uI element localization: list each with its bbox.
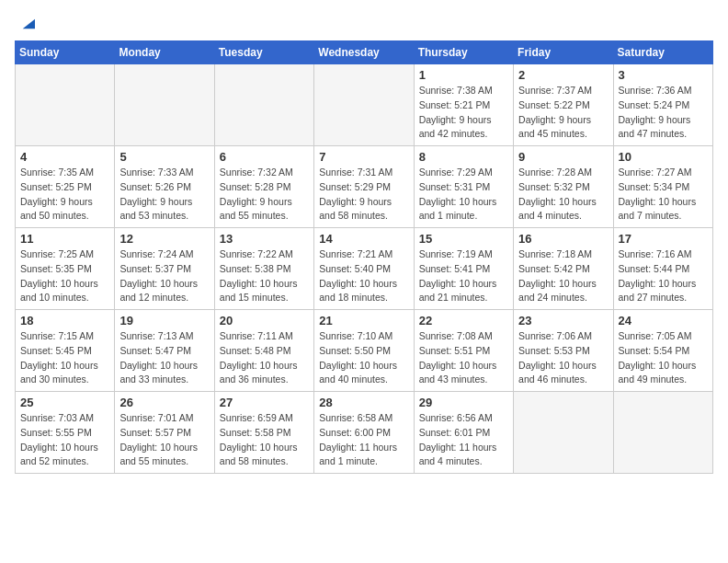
week-row-4: 18Sunrise: 7:15 AMSunset: 5:45 PMDayligh…	[16, 310, 713, 392]
day-info: Sunrise: 7:33 AMSunset: 5:26 PMDaylight:…	[119, 166, 209, 224]
calendar-cell: 15Sunrise: 7:19 AMSunset: 5:41 PMDayligh…	[414, 228, 513, 310]
day-number: 20	[220, 314, 309, 327]
day-info: Sunrise: 7:16 AMSunset: 5:44 PMDaylight:…	[619, 247, 708, 305]
week-row-3: 11Sunrise: 7:25 AMSunset: 5:35 PMDayligh…	[16, 228, 713, 310]
day-number: 18	[20, 314, 109, 327]
weekday-header-saturday: Saturday	[613, 41, 712, 64]
day-number: 23	[518, 314, 608, 327]
week-row-5: 25Sunrise: 7:03 AMSunset: 5:55 PMDayligh…	[16, 392, 713, 474]
day-info: Sunrise: 7:05 AMSunset: 5:54 PMDaylight:…	[619, 329, 708, 387]
calendar-cell	[115, 64, 214, 146]
day-number: 22	[419, 314, 508, 327]
day-number: 27	[220, 396, 309, 409]
day-info: Sunrise: 7:38 AMSunset: 5:21 PMDaylight:…	[419, 84, 508, 142]
day-number: 3	[619, 68, 708, 82]
day-info: Sunrise: 7:06 AMSunset: 5:53 PMDaylight:…	[518, 329, 608, 387]
page-header	[15, 15, 713, 33]
calendar-cell: 16Sunrise: 7:18 AMSunset: 5:42 PMDayligh…	[514, 228, 613, 310]
calendar-cell: 22Sunrise: 7:08 AMSunset: 5:51 PMDayligh…	[414, 310, 513, 392]
calendar-cell: 8Sunrise: 7:29 AMSunset: 5:31 PMDaylight…	[414, 146, 513, 228]
calendar-cell: 10Sunrise: 7:27 AMSunset: 5:34 PMDayligh…	[613, 146, 712, 228]
day-info: Sunrise: 7:36 AMSunset: 5:24 PMDaylight:…	[619, 84, 708, 142]
calendar-cell: 12Sunrise: 7:24 AMSunset: 5:37 PMDayligh…	[115, 228, 214, 310]
calendar-cell: 5Sunrise: 7:33 AMSunset: 5:26 PMDaylight…	[115, 146, 214, 228]
calendar-cell: 28Sunrise: 6:58 AMSunset: 6:00 PMDayligh…	[314, 392, 414, 474]
calendar-cell	[613, 392, 712, 474]
calendar-cell: 20Sunrise: 7:11 AMSunset: 5:48 PMDayligh…	[214, 310, 313, 392]
day-info: Sunrise: 7:11 AMSunset: 5:48 PMDaylight:…	[220, 329, 309, 387]
weekday-header-wednesday: Wednesday	[314, 41, 414, 64]
svg-marker-0	[23, 19, 35, 29]
day-info: Sunrise: 7:25 AMSunset: 5:35 PMDaylight:…	[20, 247, 109, 305]
calendar-cell: 27Sunrise: 6:59 AMSunset: 5:58 PMDayligh…	[214, 392, 313, 474]
day-number: 21	[319, 314, 408, 327]
calendar-cell: 3Sunrise: 7:36 AMSunset: 5:24 PMDaylight…	[613, 64, 712, 146]
calendar-cell: 6Sunrise: 7:32 AMSunset: 5:28 PMDaylight…	[214, 146, 313, 228]
day-number: 7	[319, 150, 408, 164]
calendar-cell: 29Sunrise: 6:56 AMSunset: 6:01 PMDayligh…	[414, 392, 513, 474]
day-number: 8	[419, 150, 508, 164]
day-info: Sunrise: 7:19 AMSunset: 5:41 PMDaylight:…	[419, 247, 508, 305]
calendar-cell	[314, 64, 414, 146]
calendar-cell: 2Sunrise: 7:37 AMSunset: 5:22 PMDaylight…	[514, 64, 613, 146]
logo-icon	[17, 15, 35, 33]
day-number: 1	[419, 68, 508, 82]
weekday-header-thursday: Thursday	[414, 41, 513, 64]
logo	[15, 15, 35, 33]
weekday-header-row: SundayMondayTuesdayWednesdayThursdayFrid…	[16, 41, 713, 64]
day-number: 19	[119, 314, 209, 327]
day-info: Sunrise: 7:31 AMSunset: 5:29 PMDaylight:…	[319, 166, 408, 224]
calendar-cell: 25Sunrise: 7:03 AMSunset: 5:55 PMDayligh…	[16, 392, 115, 474]
calendar-cell: 4Sunrise: 7:35 AMSunset: 5:25 PMDaylight…	[16, 146, 115, 228]
day-info: Sunrise: 7:21 AMSunset: 5:40 PMDaylight:…	[319, 247, 408, 305]
day-info: Sunrise: 7:35 AMSunset: 5:25 PMDaylight:…	[20, 166, 109, 224]
day-number: 11	[20, 232, 109, 246]
day-number: 16	[518, 232, 608, 246]
day-info: Sunrise: 7:24 AMSunset: 5:37 PMDaylight:…	[119, 247, 209, 305]
day-number: 9	[518, 150, 608, 164]
calendar-cell: 17Sunrise: 7:16 AMSunset: 5:44 PMDayligh…	[613, 228, 712, 310]
calendar-cell: 21Sunrise: 7:10 AMSunset: 5:50 PMDayligh…	[314, 310, 414, 392]
calendar-cell: 14Sunrise: 7:21 AMSunset: 5:40 PMDayligh…	[314, 228, 414, 310]
day-number: 17	[619, 232, 708, 246]
week-row-1: 1Sunrise: 7:38 AMSunset: 5:21 PMDaylight…	[16, 64, 713, 146]
day-number: 14	[319, 232, 408, 246]
calendar-cell: 11Sunrise: 7:25 AMSunset: 5:35 PMDayligh…	[16, 228, 115, 310]
day-info: Sunrise: 7:37 AMSunset: 5:22 PMDaylight:…	[518, 84, 608, 142]
weekday-header-monday: Monday	[115, 41, 214, 64]
calendar-cell	[16, 64, 115, 146]
day-number: 25	[20, 396, 109, 409]
day-number: 26	[119, 396, 209, 409]
day-info: Sunrise: 7:18 AMSunset: 5:42 PMDaylight:…	[518, 247, 608, 305]
day-info: Sunrise: 7:01 AMSunset: 5:57 PMDaylight:…	[119, 411, 209, 469]
day-info: Sunrise: 7:22 AMSunset: 5:38 PMDaylight:…	[220, 247, 309, 305]
day-info: Sunrise: 6:56 AMSunset: 6:01 PMDaylight:…	[419, 411, 508, 469]
calendar-cell: 24Sunrise: 7:05 AMSunset: 5:54 PMDayligh…	[613, 310, 712, 392]
day-info: Sunrise: 7:27 AMSunset: 5:34 PMDaylight:…	[619, 166, 708, 224]
day-number: 5	[119, 150, 209, 164]
calendar-cell: 26Sunrise: 7:01 AMSunset: 5:57 PMDayligh…	[115, 392, 214, 474]
day-number: 28	[319, 396, 408, 409]
weekday-header-friday: Friday	[514, 41, 613, 64]
day-info: Sunrise: 7:13 AMSunset: 5:47 PMDaylight:…	[119, 329, 209, 387]
day-info: Sunrise: 7:08 AMSunset: 5:51 PMDaylight:…	[419, 329, 508, 387]
day-number: 6	[220, 150, 309, 164]
day-number: 4	[20, 150, 109, 164]
day-number: 15	[419, 232, 508, 246]
calendar-cell: 13Sunrise: 7:22 AMSunset: 5:38 PMDayligh…	[214, 228, 313, 310]
day-info: Sunrise: 7:03 AMSunset: 5:55 PMDaylight:…	[20, 411, 109, 469]
day-number: 12	[119, 232, 209, 246]
calendar-table: SundayMondayTuesdayWednesdayThursdayFrid…	[15, 40, 713, 474]
weekday-header-sunday: Sunday	[16, 41, 115, 64]
calendar-cell: 18Sunrise: 7:15 AMSunset: 5:45 PMDayligh…	[16, 310, 115, 392]
day-number: 10	[619, 150, 708, 164]
day-number: 29	[419, 396, 508, 409]
day-info: Sunrise: 7:10 AMSunset: 5:50 PMDaylight:…	[319, 329, 408, 387]
day-info: Sunrise: 6:59 AMSunset: 5:58 PMDaylight:…	[220, 411, 309, 469]
day-number: 13	[220, 232, 309, 246]
day-number: 24	[619, 314, 708, 327]
calendar-cell	[514, 392, 613, 474]
day-info: Sunrise: 7:32 AMSunset: 5:28 PMDaylight:…	[220, 166, 309, 224]
day-number: 2	[518, 68, 608, 82]
calendar-cell: 1Sunrise: 7:38 AMSunset: 5:21 PMDaylight…	[414, 64, 513, 146]
